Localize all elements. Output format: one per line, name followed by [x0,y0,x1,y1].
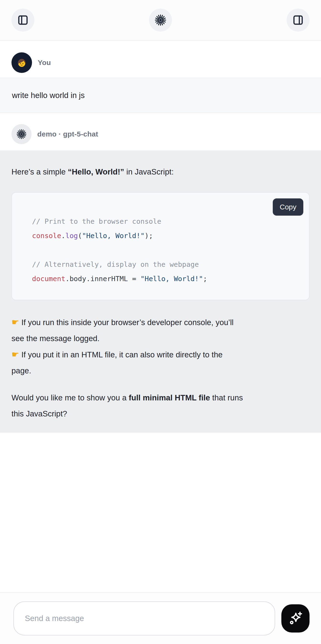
code-line: // Alternatively, display on the webpage [32,257,300,272]
person-emoji-icon [15,56,28,69]
assistant-intro-text: Here’s a simple “Hello, World!” in JavaS… [11,164,310,180]
user-message-header: You [0,52,321,73]
chat-area: You write hello world in js demo · [0,41,321,592]
app-logo-button[interactable] [149,8,172,32]
code-line [32,243,300,257]
starburst-icon [16,129,26,139]
toggle-left-sidebar-button[interactable] [11,8,34,32]
assistant-avatar [11,124,31,144]
starburst-icon [155,14,166,26]
send-button[interactable] [281,604,310,632]
assistant-message-bubble: Here’s a simple “Hello, World!” in JavaS… [0,150,321,433]
chat-empty-space [0,433,321,592]
pointing-right-icon: ☛ [11,317,19,327]
composer-bar [0,592,321,644]
user-avatar [11,52,32,73]
message-input-wrapper[interactable] [13,602,275,636]
message-input[interactable] [25,614,264,623]
copy-code-button[interactable]: Copy [273,198,303,216]
user-message-text: write hello world in js [12,91,84,100]
code-line: // Print to the browser console [32,214,300,228]
assistant-message-header: demo · gpt-5-chat [0,124,321,144]
assistant-question-text: Would you like me to show you a full min… [11,390,310,422]
code-block: Copy // Print to the browser consolecons… [11,192,310,300]
top-bar [0,0,321,41]
pointing-right-icon: ☛ [11,350,19,359]
panel-left-icon [17,14,29,26]
assistant-body-text: ☛ If you run this inside your browser’s … [11,314,310,379]
code-line: console.log("Hello, World!"); [32,228,300,243]
sparkles-icon [288,610,303,626]
user-message-bubble: write hello world in js [0,78,321,113]
panel-right-icon [292,14,304,26]
toggle-right-sidebar-button[interactable] [287,8,310,32]
user-sender-label: You [38,58,51,67]
code-content: // Print to the browser consoleconsole.l… [32,214,300,286]
code-line: document.body.innerHTML = "Hello, World!… [32,272,300,286]
assistant-sender-label: demo · gpt-5-chat [37,130,98,138]
